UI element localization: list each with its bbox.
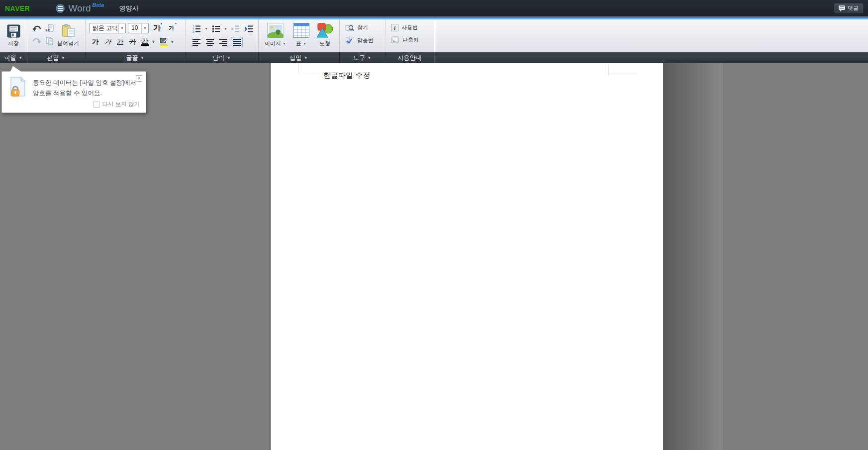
bullet-list-button[interactable] <box>210 23 222 34</box>
top-bar: NAVER Word Beta 영양사 댓글 <box>0 0 868 16</box>
dismiss-row: 다시 보지 않기 <box>94 101 140 108</box>
dismiss-label: 다시 보지 않기 <box>102 101 140 108</box>
naver-logo[interactable]: NAVER <box>5 4 30 12</box>
shortcut-button[interactable]: 단축키 <box>391 36 434 44</box>
underline-button[interactable]: 가 <box>114 36 126 47</box>
table-dropdown: ▾ <box>302 41 307 46</box>
edit-buttons: ✂ <box>31 23 55 48</box>
indent-button[interactable] <box>243 23 255 34</box>
toolbar-section-help: i 사용법 단축키 <box>386 19 434 52</box>
word-logo[interactable]: Word Beta <box>56 3 104 14</box>
menu-guide[interactable]: 사용안내 <box>386 52 434 63</box>
indent-icon <box>245 25 253 33</box>
align-left-button[interactable] <box>191 37 202 47</box>
insert-image-label: 이미지 <box>265 40 281 47</box>
align-center-button[interactable] <box>204 37 216 47</box>
word-circle-icon <box>56 4 65 13</box>
menu-font[interactable]: 글꼴 ▾ <box>86 52 186 63</box>
document-page[interactable]: 한글파일 수정 <box>270 63 663 450</box>
align-justify-button[interactable] <box>231 37 243 47</box>
toolbar-section-edit: ✂ <box>27 19 86 52</box>
spellcheck-label: 맞춤법 <box>357 37 374 44</box>
popup-close-button[interactable]: × <box>136 75 142 82</box>
caret-up-icon: ▲ <box>160 22 163 25</box>
word-logo-text: Word <box>68 3 91 14</box>
popup-message: 중요한 데이터는 [파일 암호 설정]에서 암호를 적용할 수 있어요. <box>33 78 136 99</box>
usage-button[interactable]: i 사용법 <box>391 24 434 31</box>
save-button[interactable]: 저장 <box>7 24 20 47</box>
highlight-dropdown[interactable]: ▾ <box>170 40 175 44</box>
spellcheck-icon: ㄱㄴㄷ <box>345 36 354 44</box>
menu-file[interactable]: 파일 ▾ <box>0 52 27 63</box>
numbered-list-dropdown[interactable]: ▾ <box>204 26 208 31</box>
menu-bar: 파일 ▾ 편집 ▾ 글꼴 ▾ 단락 ▾ 삽입 ▾ 도구 ▾ 사용안내 <box>0 52 868 63</box>
increase-font-button[interactable]: 가 ▲ <box>151 22 163 33</box>
font-size-select[interactable]: 10 ▾ <box>128 23 149 33</box>
undo-button[interactable] <box>31 23 42 34</box>
strikethrough-button[interactable]: 가 <box>126 36 139 47</box>
chevron-down-icon: ▾ <box>118 23 125 33</box>
bullet-list-dropdown[interactable]: ▾ <box>223 26 228 31</box>
outdent-button[interactable] <box>229 23 241 34</box>
comments-label: 댓글 <box>848 4 859 12</box>
menu-tools[interactable]: 도구 ▾ <box>340 52 386 63</box>
font-color-dropdown[interactable]: ▾ <box>151 40 156 44</box>
italic-button[interactable]: 가 <box>100 36 114 47</box>
insert-table-button[interactable]: 표 ▾ <box>293 23 309 47</box>
info-icon: i <box>391 24 398 31</box>
insert-shape-label: 도형 <box>319 40 330 47</box>
numbered-list-button[interactable]: 1 2 3 <box>191 23 202 34</box>
font-color-button[interactable]: 가 <box>139 36 151 47</box>
align-right-button[interactable] <box>217 37 229 47</box>
image-dropdown: ▾ <box>282 41 287 46</box>
chevron-down-icon: ▾ <box>61 56 66 60</box>
insert-image-button[interactable]: 이미지 ▾ <box>265 23 287 47</box>
align-justify-icon <box>233 39 241 46</box>
insert-shape-button[interactable]: 도형 <box>316 23 333 47</box>
password-hint-popup: 중요한 데이터는 [파일 암호 설정]에서 암호를 적용할 수 있어요. × 다… <box>1 71 146 113</box>
app-window: NAVER Word Beta 영양사 댓글 <box>0 0 868 450</box>
toolbar-section-file: 저장 <box>0 19 27 52</box>
menu-insert[interactable]: 삽입 ▾ <box>259 52 340 63</box>
toolbar-section-font: 맑은 고딕 ▾ 10 ▾ 가 ▲ 가 ▼ 가 <box>86 19 186 52</box>
dismiss-checkbox[interactable] <box>94 102 99 108</box>
chevron-down-icon: ▾ <box>367 56 372 60</box>
redo-button[interactable] <box>31 36 42 47</box>
comments-button[interactable]: 댓글 <box>834 3 864 13</box>
find-button[interactable]: 찾기 <box>345 24 385 31</box>
decrease-font-button[interactable]: 가 ▼ <box>165 22 178 33</box>
bold-button[interactable]: 가 <box>89 36 101 47</box>
font-family-value: 맑은 고딕 <box>93 24 118 32</box>
find-icon <box>345 24 354 31</box>
spellcheck-button[interactable]: ㄱㄴㄷ 맞춤법 <box>345 36 385 44</box>
svg-text:✂: ✂ <box>45 27 50 33</box>
copy-icon <box>45 37 54 46</box>
undo-icon <box>32 25 41 33</box>
toolbar-spacer <box>434 19 868 52</box>
comment-bubble-icon <box>839 5 845 11</box>
highlighter-icon <box>160 38 168 46</box>
cut-button[interactable]: ✂ <box>44 23 55 34</box>
menu-edit[interactable]: 편집 ▾ <box>27 52 86 63</box>
cut-icon: ✂ <box>45 24 54 33</box>
table-icon <box>293 23 309 38</box>
redo-icon <box>32 37 41 45</box>
paste-label: 붙여넣기 <box>57 40 79 47</box>
copy-button[interactable] <box>44 36 55 47</box>
menu-paragraph[interactable]: 단락 ▾ <box>186 52 259 63</box>
toolbar: 저장 ✂ <box>0 19 868 52</box>
font-size-value: 10 <box>131 24 138 31</box>
chevron-down-icon: ▾ <box>227 56 231 60</box>
bullet-list-icon <box>212 25 220 33</box>
chevron-down-icon: ▾ <box>140 56 145 60</box>
beta-badge: Beta <box>93 2 104 8</box>
paste-button[interactable]: 붙여넣기 <box>57 24 79 47</box>
font-family-select[interactable]: 맑은 고딕 ▾ <box>89 23 126 33</box>
document-text[interactable]: 한글파일 수정 <box>323 71 371 80</box>
page-shadow <box>663 63 723 450</box>
numbered-list-icon: 1 2 3 <box>193 25 201 33</box>
font-color-icon: 가 <box>141 37 149 46</box>
highlight-button[interactable] <box>158 36 170 47</box>
document-title: 영양사 <box>119 4 138 13</box>
caret-down-icon: ▼ <box>175 22 177 25</box>
